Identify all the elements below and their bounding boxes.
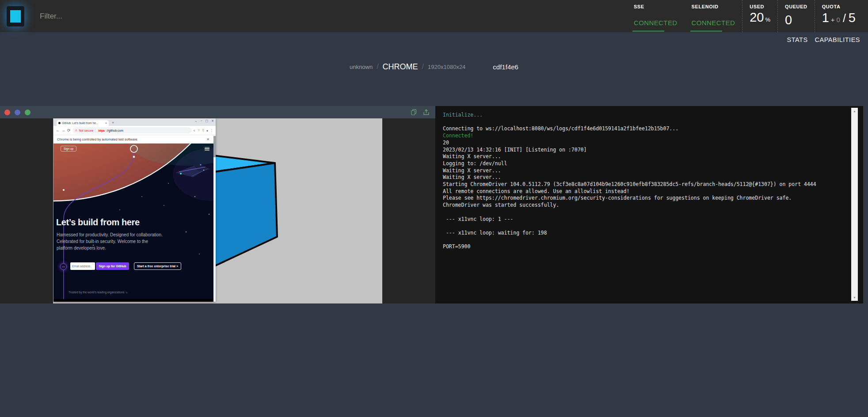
hamburger-menu-icon[interactable] [205, 147, 209, 152]
log-line: Waiting X server... [443, 153, 844, 160]
profile-avatar-icon[interactable]: ● [206, 129, 208, 132]
nav-tabs: STATS CAPABILITIES [787, 36, 860, 43]
browser-toolbar: ← → ⟳ ⚠ Not secure https ://github.com <… [53, 126, 216, 135]
omnibox[interactable]: ⚠ Not secure https ://github.com [72, 127, 192, 133]
selenoid-status-value: CONNECTED [692, 19, 735, 27]
quota-value: 1+0/5 [822, 11, 856, 27]
traffic-red-icon [4, 110, 10, 115]
upload-icon[interactable] [423, 109, 429, 115]
log-line: PORT=5900 [443, 243, 844, 250]
tab-search-icon[interactable]: ⌄ [195, 119, 198, 123]
code-node-icon: <> [60, 263, 67, 270]
selenoid-underline [690, 30, 722, 32]
sse-underline [632, 30, 664, 32]
session-browser: CHROME [383, 62, 418, 72]
log-line: Logging to: /dev/null [443, 160, 844, 167]
session-separator: / [377, 63, 378, 71]
used-number: 20 [750, 10, 764, 24]
side-panel-icon[interactable]: ▯ [202, 129, 204, 132]
bookmark-star-icon[interactable]: ☆ [198, 129, 200, 132]
tab-title: GitHub: Let's build from he... [62, 121, 104, 125]
copy-icon[interactable] [411, 109, 417, 115]
toolbar-icons: < ☆ ▯ ● ⋮ [194, 129, 213, 132]
used-label: USED [750, 4, 770, 9]
quota-status-block: QUOTA 1+0/5 [815, 0, 863, 32]
log-line: 2023/02/13 14:32:16 [INIT] [Listening on… [443, 147, 844, 154]
back-button[interactable]: ← [56, 128, 60, 133]
quota-label: QUOTA [822, 4, 856, 9]
github-page: Sign up Let’s build from here Harnessed … [53, 144, 216, 302]
session-row[interactable]: unknown / CHROME / 1920x1080x24 cdf1f4e6 [0, 60, 868, 73]
infobar-close-icon[interactable]: ✕ [206, 137, 209, 141]
remote-browser-window[interactable]: GitHub: Let's build from he... × + ⌄ − ▢… [53, 118, 216, 302]
top-bar: SSE CONNECTED SELENOID CONNECTED USED 20… [0, 0, 868, 32]
selenoid-label: SELENOID [692, 4, 735, 9]
log-output: Initialize... Connecting to ws://localho… [443, 112, 844, 250]
warning-icon: ⚠ [75, 129, 78, 132]
github-favicon-icon [58, 122, 61, 124]
infobar-text: Chrome is being controlled by automated … [57, 137, 138, 141]
window-controls: ⌄ − ▢ ✕ [195, 119, 214, 123]
tab-close-icon[interactable]: × [105, 121, 107, 125]
log-line: Waiting X server... [443, 174, 844, 181]
trusted-text: Trusted by the world’s leading organizat… [69, 291, 128, 294]
session-separator: / [422, 63, 424, 71]
window-minimize-icon[interactable]: − [200, 119, 202, 123]
quota-pending: 0 [837, 16, 840, 23]
hero-heading: Let’s build from here [56, 217, 140, 227]
vnc-header [0, 106, 435, 118]
session-browser-name: unknown [350, 64, 373, 70]
browser-scrollbar[interactable] [213, 135, 216, 302]
vnc-screen[interactable]: GitHub: Let's build from he... × + ⌄ − ▢… [53, 118, 382, 303]
email-input[interactable] [70, 262, 95, 270]
log-line: --- x11vnc loop: 1 --- [443, 216, 844, 223]
new-tab-button[interactable]: + [112, 121, 114, 125]
quota-slash: / [843, 12, 846, 24]
sse-status-block: SSE CONNECTED [627, 0, 685, 32]
log-line: Connecting to ws://localhost:8080/ws/log… [443, 125, 844, 133]
quota-total: 5 [849, 11, 856, 25]
log-line [443, 209, 844, 216]
window-close-icon[interactable]: ✕ [211, 119, 214, 123]
used-unit: % [765, 16, 770, 23]
tab-capabilities[interactable]: CAPABILITIES [815, 36, 860, 43]
page-footer-strip [53, 299, 216, 302]
hero-description: Harnessed for productivity. Designed for… [57, 231, 165, 251]
reload-button[interactable]: ⟳ [67, 128, 71, 133]
log-line: Waiting X server... [443, 167, 844, 174]
signup-github-button[interactable]: Sign up for GitHub [96, 262, 129, 270]
enterprise-trial-button[interactable]: Start a free enterprise trial > [134, 262, 181, 270]
log-scrollbar[interactable]: ▲ ▼ [851, 108, 858, 301]
share-icon[interactable]: < [194, 129, 195, 132]
traffic-green-icon [25, 110, 30, 115]
forward-button[interactable]: → [61, 128, 65, 133]
logo-square-icon [10, 10, 21, 23]
traffic-blue-icon [15, 110, 20, 115]
scroll-down-icon[interactable]: ▼ [851, 296, 858, 299]
browser-scrollbar-thumb[interactable] [213, 136, 216, 157]
browser-tabstrip: GitHub: Let's build from he... × + ⌄ − ▢… [53, 118, 216, 126]
window-maximize-icon[interactable]: ▢ [206, 119, 209, 123]
tab-stats[interactable]: STATS [787, 36, 807, 43]
sse-status-value: CONNECTED [634, 19, 678, 27]
selenoid-ui-logo-icon[interactable] [7, 6, 24, 27]
automation-infobar: Chrome is being controlled by automated … [53, 135, 216, 144]
browser-menu-icon[interactable]: ⋮ [210, 129, 213, 132]
selenoid-status-block: SELENOID CONNECTED [685, 0, 742, 32]
log-line: 20 [443, 140, 844, 147]
filter-input[interactable] [40, 12, 225, 21]
vnc-actions [411, 109, 429, 115]
quota-plus-sign: + [831, 16, 835, 23]
url-text: ://github.com [106, 129, 123, 132]
github-signup-button[interactable]: Sign up [61, 146, 76, 152]
quota-current: 1 [822, 11, 829, 25]
vnc-letterbox: GitHub: Let's build from he... × + ⌄ − ▢… [0, 118, 435, 303]
vnc-panel: GitHub: Let's build from he... × + ⌄ − ▢… [0, 106, 435, 303]
scroll-up-icon[interactable]: ▲ [851, 110, 858, 113]
status-bar: SSE CONNECTED SELENOID CONNECTED USED 20… [627, 0, 868, 32]
url-scheme: https [98, 129, 105, 132]
log-line: Initialize... [443, 112, 844, 119]
queued-label: QUEUED [785, 4, 807, 9]
browser-tab[interactable]: GitHub: Let's build from he... × [57, 120, 109, 126]
session-id-link[interactable]: cdf1f4e6 [493, 63, 518, 71]
